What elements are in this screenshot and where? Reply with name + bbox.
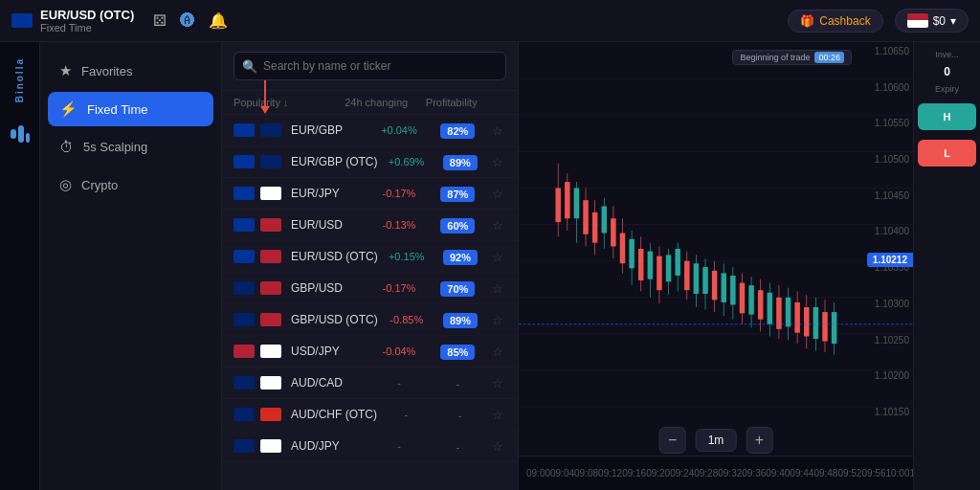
asset-change: -0.17%	[371, 282, 426, 294]
svg-rect-70	[813, 307, 818, 339]
flag2-icon	[260, 281, 281, 295]
list-item[interactable]: EUR/GBP +0.04% 82% ☆	[222, 115, 518, 146]
main-area: Binolla ★ Favorites ⚡ Fixed Time ⏱ 5s Sc…	[0, 42, 980, 490]
profit-badge: 89%	[443, 313, 478, 328]
asset-profit: -	[435, 406, 486, 423]
list-item[interactable]: EUR/JPY -0.17% 87% ☆	[222, 178, 518, 210]
list-item[interactable]: USD/JPY -0.04% 85% ☆	[222, 336, 518, 368]
asset-profit: 87%	[431, 185, 485, 202]
current-price-tag: 1.10212	[867, 253, 913, 267]
favorite-star[interactable]: ☆	[489, 376, 506, 390]
flag2-icon	[260, 439, 281, 453]
svg-rect-0	[11, 129, 16, 139]
flag2-icon	[260, 218, 281, 232]
list-item[interactable]: GBP/USD (OTC) -0.85% 89% ☆	[222, 304, 518, 336]
svg-rect-18	[574, 188, 579, 218]
zoom-in-button[interactable]: +	[746, 427, 772, 454]
cashback-button[interactable]: 🎁 Cashback	[788, 10, 882, 33]
price-label-3: 1.10550	[859, 118, 909, 128]
time-label-9: 09:32	[718, 468, 742, 479]
topbar-right: 🎁 Cashback $0 ▾	[788, 9, 969, 33]
svg-rect-40	[675, 249, 679, 276]
favorite-star[interactable]: ☆	[489, 345, 506, 359]
time-label-15: 09:56	[861, 468, 885, 479]
favorite-star[interactable]: ☆	[489, 281, 506, 296]
low-button[interactable]: L	[918, 140, 976, 167]
favorite-star[interactable]: ☆	[489, 123, 506, 138]
bar-chart-icon[interactable]: ⚄	[153, 11, 167, 30]
balance-button[interactable]: $0 ▾	[895, 9, 969, 33]
favorite-star[interactable]: ☆	[489, 439, 506, 454]
profit-dash: -	[458, 410, 462, 421]
favorites-icon: ★	[59, 62, 72, 79]
flag1-icon	[234, 218, 255, 232]
zoom-out-button[interactable]: −	[659, 427, 686, 454]
svg-rect-54	[740, 283, 745, 314]
svg-rect-24	[602, 207, 607, 234]
svg-rect-72	[822, 312, 827, 341]
list-item[interactable]: AUD/CAD - - ☆	[222, 368, 518, 399]
favorite-star[interactable]: ☆	[489, 250, 506, 264]
list-item[interactable]: EUR/USD (OTC) +0.15% 92% ☆	[222, 241, 518, 273]
flag2-icon	[260, 187, 281, 200]
time-label-11: 09:40	[766, 468, 790, 479]
topbar: EUR/USD (OTC) Fixed Time ⚄ 🅐 🔔 🎁 Cashbac…	[0, 0, 980, 42]
asset-name: AUD/JPY	[291, 439, 368, 453]
favorite-star[interactable]: ☆	[489, 218, 506, 233]
high-button[interactable]: H	[918, 103, 976, 130]
svg-rect-36	[657, 256, 661, 291]
asset-change: -	[371, 377, 426, 389]
asset-name: EUR/GBP (OTC)	[291, 155, 377, 168]
svg-rect-26	[611, 218, 615, 246]
svg-rect-28	[620, 233, 625, 263]
asset-profit: -	[431, 374, 485, 391]
timeframe-value: 1m	[708, 434, 724, 447]
time-label-7: 09:24	[670, 468, 694, 479]
col-header-profitability: Profitability	[413, 97, 489, 108]
asset-name: EUR/USD (OTC)	[291, 250, 378, 263]
asset-name: EUR/GBP	[291, 123, 368, 137]
price-label-2: 1.10600	[859, 82, 909, 93]
asset-change: +0.69%	[381, 156, 431, 167]
bell-icon[interactable]: 🔔	[209, 11, 228, 30]
profit-badge: 70%	[440, 281, 475, 297]
flag2-icon	[260, 123, 281, 137]
nav-panel: ★ Favorites ⚡ Fixed Time ⏱ 5s Scalping ◎…	[40, 42, 222, 490]
flag2-icon	[260, 408, 281, 421]
list-item[interactable]: AUD/CHF (OTC) - - ☆	[222, 399, 518, 431]
list-item[interactable]: EUR/USD -0.13% 60% ☆	[222, 210, 518, 241]
timeframe-select[interactable]: 1m	[696, 429, 737, 452]
price-label-6: 1.10400	[859, 226, 909, 236]
asset-name: EUR/USD	[291, 218, 368, 232]
favorite-star[interactable]: ☆	[489, 155, 506, 169]
sidebar-item-label: 5s Scalping	[83, 140, 147, 154]
svg-rect-14	[555, 188, 560, 222]
cashback-icon: 🎁	[800, 14, 814, 28]
sidebar-item-5s-scalping[interactable]: ⏱ 5s Scalping	[48, 130, 213, 164]
svg-rect-16	[565, 182, 569, 218]
search-icon: 🔍	[242, 59, 257, 74]
flag1-icon	[234, 123, 255, 137]
search-input[interactable]	[234, 52, 506, 80]
user-icon[interactable]: 🅐	[180, 12, 195, 30]
svg-rect-58	[758, 290, 763, 319]
price-label-11: 1.10150	[859, 407, 909, 417]
sidebar-item-label: Fixed Time	[87, 102, 148, 117]
list-item[interactable]: AUD/JPY - - ☆	[222, 431, 518, 462]
profit-badge: 92%	[443, 250, 478, 265]
asset-name: EUR/JPY	[291, 187, 368, 200]
favorite-star[interactable]: ☆	[489, 187, 506, 201]
asset-profit: 82%	[431, 122, 485, 139]
asset-change: +0.15%	[382, 251, 432, 262]
bottom-controls: − 1m +	[659, 427, 773, 454]
flag2-icon	[260, 376, 281, 390]
asset-name: GBP/USD (OTC)	[291, 313, 378, 326]
price-label-10: 1.10200	[859, 370, 909, 381]
list-item[interactable]: GBP/USD -0.17% 70% ☆	[222, 273, 518, 304]
fixed-time-icon: ⚡	[59, 100, 78, 118]
sidebar-item-crypto[interactable]: ◎ Crypto	[48, 167, 213, 202]
list-item[interactable]: EUR/GBP (OTC) +0.69% 89% ☆	[222, 146, 518, 178]
svg-rect-66	[794, 302, 799, 333]
favorite-star[interactable]: ☆	[489, 408, 506, 422]
favorite-star[interactable]: ☆	[489, 313, 506, 327]
